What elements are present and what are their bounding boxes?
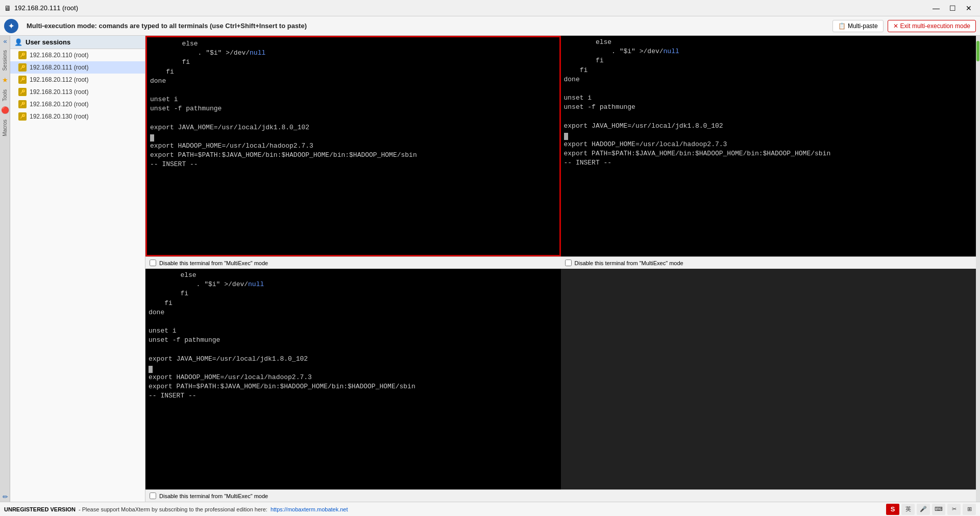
session-icon-3: 🔑 (18, 88, 27, 96)
terminal-footer-2: Disable this terminal from "MultiExec" m… (561, 256, 976, 269)
sessions-panel: 👤 User sessions 🔑 192.168.20.110 (root)🔑… (10, 36, 145, 502)
session-icon-4: 🔑 (18, 100, 27, 108)
status-message: - Please support MobaXterm by subscribin… (79, 506, 267, 512)
macro-icon[interactable]: 🔴 (0, 105, 10, 115)
pencil-icon[interactable]: ✏ (0, 491, 10, 502)
session-item-3[interactable]: 🔑 192.168.20.113 (root) (10, 86, 145, 98)
scroll-thumb[interactable] (976, 41, 979, 61)
status-bar: UNREGISTERED VERSION - Please support Mo… (0, 502, 980, 516)
icon4: ✂ (947, 504, 961, 515)
multi-paste-label: Multi-paste (848, 22, 878, 30)
mode-text: Multi-execution mode: comands are typed … (27, 22, 828, 30)
session-item-4[interactable]: 🔑 192.168.20.120 (root) (10, 98, 145, 110)
right-scrollbar[interactable] (976, 36, 980, 502)
session-item-1[interactable]: 🔑 192.168.20.111 (root) (10, 61, 145, 74)
disable-terminal-2-label: Disable this terminal from "MultiExec" m… (575, 260, 683, 266)
app-logo: ✦ (4, 19, 18, 33)
terminal-footer-4 (561, 489, 976, 502)
title-bar-controls: — ☐ ✕ (929, 1, 976, 15)
paste-icon: 📋 (838, 22, 846, 30)
sessions-header: 👤 User sessions (10, 36, 145, 49)
collapse-icon[interactable]: « (0, 36, 10, 46)
icon3: ⌨ (932, 504, 945, 515)
session-item-0[interactable]: 🔑 192.168.20.110 (root) (10, 49, 145, 61)
sessions-list: 🔑 192.168.20.110 (root)🔑 192.168.20.111 … (10, 49, 145, 123)
title-bar: 🖥 192.168.20.111 (root) — ☐ ✕ (0, 0, 980, 16)
disable-terminal-2-checkbox[interactable] (565, 260, 572, 266)
disable-terminal-1-checkbox[interactable] (150, 260, 156, 266)
terminal-window-3[interactable]: else . "$i" >/dev/null fi fi done unset … (145, 269, 561, 489)
terminal-content-1: else . "$i" >/dev/null fi fi done unset … (150, 39, 556, 170)
close-button[interactable]: ✕ (962, 1, 976, 15)
mobatek-link[interactable]: https://mobaxterm.mobatek.net (271, 506, 348, 512)
terminal-area: else . "$i" >/dev/null fi fi done unset … (145, 36, 976, 502)
disable-terminal-3-label: Disable this terminal from "MultiExec" m… (159, 493, 268, 499)
terminal-content-2: else . "$i" >/dev/null fi fi done unset … (564, 38, 973, 168)
session-label-5: 192.168.20.130 (root) (30, 113, 88, 120)
session-icon-2: 🔑 (18, 76, 27, 84)
right-status-icons: S 英 🎤 ⌨ ✂ ⊞ (886, 504, 976, 515)
main-content: « Sessions ★ Tools 🔴 Macros ✏ 👤 User ses… (0, 36, 980, 502)
session-label-0: 192.168.20.110 (root) (30, 52, 88, 59)
session-label-2: 192.168.20.112 (root) (30, 76, 88, 83)
icon5: ⊞ (963, 504, 976, 515)
menu-bar: ✦ Multi-execution mode: comands are type… (0, 16, 980, 36)
minimize-button[interactable]: — (929, 1, 943, 15)
exit-label: Exit multi-execution mode (900, 22, 970, 30)
terminal-cell-2: else . "$i" >/dev/null fi fi done unset … (561, 36, 976, 269)
session-label-3: 192.168.20.113 (root) (30, 88, 88, 96)
exit-multiexec-button[interactable]: ✕ Exit multi-execution mode (888, 20, 976, 32)
maximize-button[interactable]: ☐ (945, 1, 960, 15)
unregistered-label: UNREGISTERED VERSION (4, 506, 76, 512)
macros-label[interactable]: Macros (0, 115, 10, 140)
s-icon-1: S (886, 504, 899, 515)
session-item-5[interactable]: 🔑 192.168.20.130 (root) (10, 110, 145, 123)
session-icon-5: 🔑 (18, 112, 27, 121)
disable-terminal-3-checkbox[interactable] (150, 492, 156, 499)
sessions-header-label: User sessions (26, 38, 70, 46)
terminal-cell-3: else . "$i" >/dev/null fi fi done unset … (145, 269, 561, 502)
session-item-2[interactable]: 🔑 192.168.20.112 (root) (10, 74, 145, 86)
sessions-label[interactable]: Sessions (0, 46, 10, 75)
terminal-window-2[interactable]: else . "$i" >/dev/null fi fi done unset … (561, 36, 976, 256)
exit-icon: ✕ (893, 22, 898, 30)
terminal-footer-1: Disable this terminal from "MultiExec" m… (145, 256, 561, 269)
lang-icon: 英 (901, 504, 915, 515)
window-title: 192.168.20.111 (root) (14, 4, 78, 12)
user-sessions-icon: 👤 (14, 38, 22, 46)
session-label-4: 192.168.20.120 (root) (30, 101, 88, 108)
disable-terminal-1-label: Disable this terminal from "MultiExec" m… (159, 260, 268, 266)
session-label-1: 192.168.20.111 (root) (30, 64, 88, 71)
mic-icon: 🎤 (917, 504, 930, 515)
terminal-footer-3: Disable this terminal from "MultiExec" m… (145, 489, 561, 502)
star-icon[interactable]: ★ (0, 75, 10, 85)
terminal-window-4[interactable] (561, 269, 976, 489)
session-icon-1: 🔑 (18, 63, 27, 72)
multi-paste-button[interactable]: 📋 Multi-paste (832, 20, 884, 32)
tools-label[interactable]: Tools (0, 85, 10, 105)
session-icon-0: 🔑 (18, 51, 27, 59)
terminal-cell-1: else . "$i" >/dev/null fi fi done unset … (145, 36, 561, 269)
app-icon: 🖥 (4, 4, 11, 12)
terminal-cell-4 (561, 269, 976, 502)
terminal-window-1[interactable]: else . "$i" >/dev/null fi fi done unset … (145, 36, 561, 256)
vertical-sidebar: « Sessions ★ Tools 🔴 Macros ✏ (0, 36, 10, 502)
title-bar-left: 🖥 192.168.20.111 (root) (4, 4, 78, 12)
terminal-content-3: else . "$i" >/dev/null fi fi done unset … (149, 271, 558, 401)
